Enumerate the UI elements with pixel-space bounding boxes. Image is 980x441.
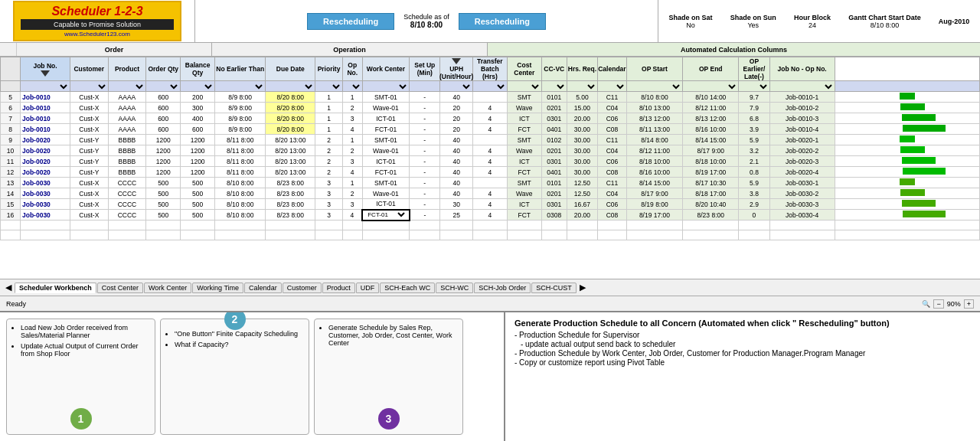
table-cell[interactable]: ICT-01 (362, 199, 409, 210)
empty-cell (21, 220, 70, 230)
col-balance-qty[interactable]: Balance Qty (181, 57, 215, 81)
table-cell: 500 (146, 210, 181, 220)
br-point4: - Copy or customize report using Pivot T… (514, 358, 971, 367)
table-cell: Cust-X (70, 178, 109, 188)
tab-cost-center[interactable]: Cost Center (97, 283, 143, 293)
table-cell: 8/17 10:30 (683, 178, 739, 188)
table-cell: SMT (507, 135, 541, 145)
zoom-plus[interactable]: + (964, 299, 974, 309)
filter-oqty[interactable] (146, 83, 180, 90)
table-cell[interactable]: FCT-01 (362, 124, 409, 135)
filter-uph[interactable] (440, 83, 472, 90)
col-calendar[interactable]: Calendar (598, 57, 627, 81)
col-order-qty[interactable]: Order Qty (146, 57, 181, 81)
table-cell[interactable]: SMT-01 (362, 178, 409, 188)
filter-end[interactable] (683, 83, 738, 90)
col-job-no-op[interactable]: Job No - Op No. (769, 57, 835, 81)
col-hrs-req[interactable]: Hrs. Req. (567, 57, 597, 81)
table-cell[interactable]: FCT-01 (362, 167, 409, 178)
table-cell: BBBB (108, 167, 146, 178)
filter-net[interactable] (215, 83, 265, 90)
table-cell: 8/20 13:00 (266, 167, 315, 178)
zoom-minus[interactable]: − (933, 299, 943, 309)
table-row: 7Job-0010Cust-XAAAA6004008/9 8:008/20 8:… (1, 113, 980, 124)
col-cc-vc[interactable]: CC-VC (541, 57, 567, 81)
col-cost-center[interactable]: Cost Center (507, 57, 541, 81)
sort-arrow-uph[interactable] (452, 58, 461, 64)
table-cell: Job-0020-3 (769, 156, 835, 167)
table-cell[interactable]: Wave-01 (362, 145, 409, 156)
filter-prod[interactable] (109, 83, 146, 90)
sort-arrow-job[interactable] (41, 70, 50, 77)
filter-hrs[interactable] (567, 83, 597, 90)
col-setup[interactable]: Set Up (Min) (410, 57, 440, 81)
filter-cust[interactable] (70, 83, 108, 90)
table-cell[interactable]: Wave-01 (362, 103, 409, 113)
filter-tb[interactable] (473, 83, 507, 90)
col-job-no[interactable]: Job No. (21, 57, 70, 81)
table-cell: 3 (342, 113, 362, 124)
table-cell[interactable]: FCT-01 (362, 210, 409, 220)
tab-calendar[interactable]: Calendar (244, 283, 282, 293)
table-cell: 4 (472, 113, 507, 124)
tab-work-center[interactable]: Work Center (144, 283, 191, 293)
tab-sch-wc[interactable]: SCH-WC (436, 283, 473, 293)
col-priority[interactable]: Priority (315, 57, 342, 81)
filter-jobop[interactable] (770, 83, 835, 90)
filter-wc[interactable] (363, 83, 409, 90)
col-op-no[interactable]: Op No. (342, 57, 362, 81)
step2-bullet1: "One Button" Finite Capacity Scheduling (175, 330, 304, 338)
table-cell: 8/13 12:00 (626, 113, 682, 124)
tab-scheduler-workbench[interactable]: Scheduler Workbench (15, 283, 96, 293)
tab-left-arrow[interactable]: ◀ (3, 283, 14, 292)
table-cell (472, 92, 507, 103)
col-no-earlier[interactable]: No Earlier Than (215, 57, 266, 81)
tab-udf[interactable]: UDF (356, 283, 380, 293)
filter-due[interactable] (266, 83, 315, 90)
filter-opno[interactable] (343, 83, 362, 90)
filter-cal[interactable] (598, 83, 626, 90)
col-transfer-batch[interactable]: Transfer Batch (Hrs) (472, 57, 507, 81)
step1-bullet1: Load New Job Order received from Sales/M… (21, 324, 150, 339)
col-op-early-late[interactable]: OP Earlier/ Late(-) (739, 57, 769, 81)
tab-working-time[interactable]: Working Time (192, 283, 243, 293)
tab-product[interactable]: Product (322, 283, 355, 293)
filter-start[interactable] (627, 83, 682, 90)
filter-ccvc[interactable] (542, 83, 567, 90)
col-work-center[interactable]: Work Center (362, 57, 409, 81)
table-cell[interactable]: Wave-01 (362, 188, 409, 199)
empty-cell (769, 230, 835, 240)
table-cell: 8/17 9:00 (683, 145, 739, 156)
empty-row (1, 230, 980, 240)
filter-pri[interactable] (315, 83, 341, 90)
filter-job[interactable] (21, 83, 70, 90)
filter-bqty[interactable] (181, 83, 214, 90)
tab-customer[interactable]: Customer (283, 283, 322, 293)
col-uph[interactable]: UPH (Unit/Hour) (440, 57, 473, 81)
table-cell[interactable]: ICT-01 (362, 113, 409, 124)
reschedule-button-left[interactable]: Rescheduling (307, 13, 394, 30)
table-cell[interactable]: SMT-01 (362, 92, 409, 103)
table-cell (472, 178, 507, 188)
table-cell[interactable]: SMT-01 (362, 135, 409, 145)
wc-dropdown[interactable]: FCT-01 (364, 211, 407, 219)
tab-right-arrow[interactable]: ▶ (577, 283, 588, 292)
tab-sch-each-wc[interactable]: SCH-Each WC (380, 283, 435, 293)
col-op-start[interactable]: OP Start (626, 57, 682, 81)
col-product[interactable]: Product (108, 57, 146, 81)
tab-sch-cust[interactable]: SCH-CUST (531, 283, 577, 293)
col-op-end[interactable]: OP End (683, 57, 739, 81)
table-cell[interactable]: ICT-01 (362, 156, 409, 167)
table-cell: ICT (507, 156, 541, 167)
table-cell: C06 (598, 156, 627, 167)
col-due-date[interactable]: Due Date (266, 57, 315, 81)
table-cell: 8/20 8:00 (266, 124, 315, 135)
reschedule-button-right[interactable]: Rescheduling (459, 13, 546, 30)
table-cell: 1 (315, 92, 342, 103)
empty-cell (362, 230, 409, 240)
filter-early[interactable] (739, 83, 769, 90)
table-cell: 2 (342, 145, 362, 156)
filter-cc[interactable] (508, 83, 541, 90)
col-customer[interactable]: Customer (70, 57, 109, 81)
tab-sch-job-order[interactable]: SCH-Job Order (474, 283, 531, 293)
